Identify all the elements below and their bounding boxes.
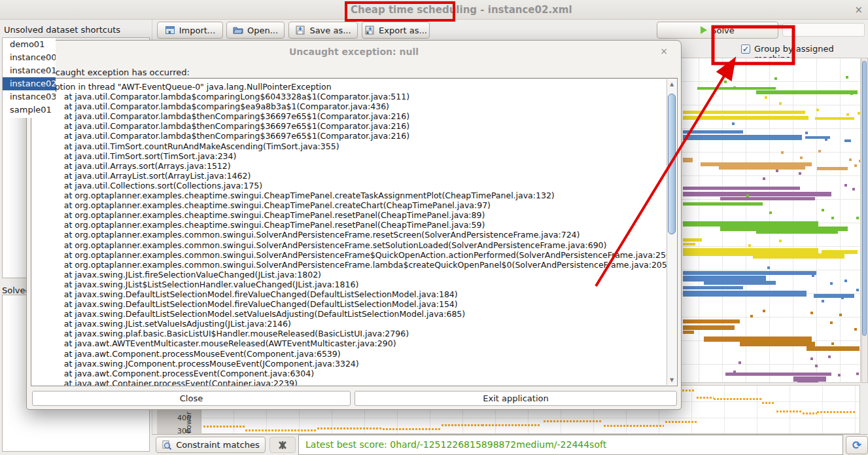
- exit-application-button[interactable]: Exit application: [355, 391, 677, 406]
- refresh-button[interactable]: ⟳: [846, 436, 868, 454]
- solve-label: Solve: [711, 26, 735, 35]
- task-bar: [725, 373, 831, 376]
- task-dot: [856, 289, 859, 291]
- refresh-icon: ⟳: [852, 439, 861, 452]
- task-bar: [683, 187, 800, 190]
- import-icon: x: [165, 25, 175, 35]
- task-dot: [828, 355, 831, 358]
- task-bar: [719, 166, 805, 170]
- scroll-up-icon[interactable]: ▲: [667, 81, 676, 87]
- task-dot: [733, 371, 736, 373]
- export-icon: x: [364, 25, 375, 35]
- task-bar: [683, 286, 743, 289]
- scrollbar-thumb[interactable]: [862, 61, 867, 336]
- task-dot: [781, 151, 784, 154]
- export-as-button[interactable]: x Export as...: [362, 22, 430, 39]
- exception-dialog: Uncaught exception: null × An uncaught e…: [26, 40, 682, 410]
- stack-trace-area[interactable]: Exception in thread "AWT-EventQueue-0" j…: [31, 78, 678, 386]
- window-title: Cheap time scheduling - instance02.xml: [351, 4, 572, 16]
- solver-progress-bar: [782, 23, 865, 37]
- latest-best-score: Latest best score: 0hard/-12512268158988…: [305, 439, 606, 450]
- scrollbar-thumb[interactable]: [668, 94, 676, 234]
- task-dot: [858, 112, 860, 115]
- open-folder-icon: [233, 25, 243, 35]
- constraint-matches-button[interactable]: Constraint matches: [156, 437, 266, 453]
- task-bar: [753, 253, 844, 259]
- task-dot: [852, 188, 855, 191]
- task-dot: [849, 158, 852, 161]
- price-segment: [817, 411, 856, 413]
- task-dot: [800, 156, 803, 159]
- task-bar: [807, 346, 859, 351]
- dialog-title: Uncaught exception: null: [27, 46, 681, 57]
- open-button[interactable]: Open...: [226, 22, 285, 39]
- import-button[interactable]: x Import...: [157, 22, 223, 39]
- task-dot: [844, 280, 847, 282]
- task-dot: [763, 310, 765, 312]
- magnifier-icon: [162, 440, 172, 450]
- task-dot: [769, 211, 772, 214]
- svg-text:x: x: [366, 30, 370, 35]
- price-segment: [383, 428, 442, 430]
- play-icon: [701, 26, 707, 34]
- task-dot: [746, 194, 749, 197]
- task-bar: [683, 135, 802, 140]
- price-segment: [203, 426, 245, 428]
- task-bar: [683, 221, 818, 227]
- stack-trace-text: Exception in thread "AWT-EventQueue-0" j…: [35, 82, 674, 386]
- dataset-item[interactable]: instance02: [3, 77, 56, 90]
- task-bar: [815, 117, 854, 120]
- task-dot: [767, 266, 770, 269]
- task-dot: [831, 217, 834, 219]
- price-segment: [482, 424, 541, 426]
- task-dot: [779, 102, 782, 105]
- scroll-down-icon[interactable]: ▼: [667, 377, 676, 383]
- dataset-item[interactable]: sample01: [3, 103, 56, 117]
- task-dot: [763, 177, 765, 180]
- score-panel: Latest best score: 0hard/-12512268158988…: [298, 435, 843, 455]
- task-dot: [838, 374, 841, 376]
- task-bar: [683, 243, 695, 246]
- task-bar: [683, 325, 735, 330]
- task-dot: [830, 282, 833, 285]
- task-dot: [815, 365, 818, 367]
- window-title-doc: - instance02.xml: [477, 4, 572, 16]
- price-segment: [604, 425, 664, 427]
- window-title-app: Cheap time scheduling: [351, 4, 477, 16]
- task-dot: [856, 373, 859, 375]
- dataset-item[interactable]: instance01: [3, 64, 56, 77]
- task-dot: [738, 361, 741, 364]
- dataset-item[interactable]: instance00: [3, 51, 56, 64]
- solve-button[interactable]: Solve: [657, 22, 778, 39]
- dataset-list-visible-strip[interactable]: demo01instance00instance01instance02inst…: [2, 38, 56, 118]
- group-by-machine-checkbox[interactable]: ✓: [741, 45, 750, 54]
- dataset-item[interactable]: demo01: [3, 38, 56, 51]
- price-segment: [762, 402, 775, 404]
- task-dot: [831, 342, 834, 345]
- price-segment: [317, 428, 383, 429]
- task-dot: [810, 357, 813, 360]
- task-dot: [724, 81, 727, 83]
- task-dot: [799, 172, 801, 175]
- save-as-button[interactable]: Save as...: [288, 22, 358, 39]
- dataset-item[interactable]: instance03: [3, 90, 56, 103]
- task-bar: [683, 271, 816, 275]
- dialog-close-icon[interactable]: ×: [660, 46, 668, 56]
- stack-trace-scrollbar[interactable]: ▲ ▼: [667, 79, 676, 385]
- task-dot: [748, 244, 751, 247]
- task-dot: [765, 96, 767, 99]
- task-dot: [841, 297, 844, 299]
- window-titlebar: Cheap time scheduling - instance02.xml ×: [0, 0, 868, 20]
- task-bar: [683, 116, 808, 120]
- task-dot: [733, 86, 736, 89]
- task-dot: [846, 113, 849, 116]
- task-dot: [850, 92, 853, 95]
- task-dot: [810, 312, 813, 314]
- open-label: Open...: [247, 26, 278, 35]
- constraint-matches-label: Constraint matches: [176, 440, 259, 450]
- close-button[interactable]: Close: [32, 391, 351, 406]
- chart-vertical-scrollbar[interactable]: [861, 58, 868, 383]
- task-dot: [779, 240, 782, 242]
- terminate-solving-button[interactable]: [269, 437, 296, 453]
- window-close-icon[interactable]: ×: [854, 4, 863, 16]
